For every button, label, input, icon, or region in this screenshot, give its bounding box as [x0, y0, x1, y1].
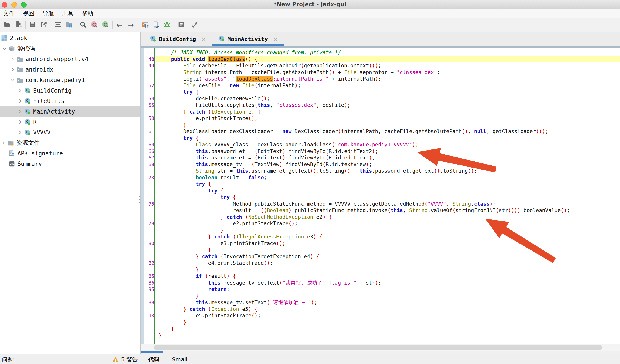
chevron-right-icon[interactable] — [9, 56, 16, 62]
sidebar-item--[interactable]: 源代码 — [0, 43, 140, 54]
code-line[interactable]: 80 e3.printStackTrace(); — [141, 240, 620, 247]
bottom-tab-code[interactable]: 代码 — [148, 356, 159, 363]
code-line[interactable]: } — [141, 227, 620, 234]
chevron-down-icon[interactable] — [9, 77, 16, 83]
code-line[interactable]: } catch (InvocationTargetException e4) { — [141, 253, 620, 260]
code-line[interactable]: } catch (IllegalAccessException e3) { — [141, 233, 620, 240]
sidebar-item-2-apk[interactable]: 2.apk — [0, 33, 140, 43]
code-line[interactable]: 93 e5.printStackTrace(); — [141, 312, 620, 319]
code-line[interactable]: } — [141, 326, 620, 332]
toolbar-button-deobfuscation[interactable] — [139, 19, 150, 30]
code-editor[interactable]: /* JADX INFO: Access modifiers changed f… — [141, 47, 620, 344]
chevron-right-icon[interactable] — [0, 140, 7, 146]
toolbar-button-add-files[interactable] — [13, 19, 24, 30]
sidebar-item-android-support-v4[interactable]: android.support.v4 — [0, 54, 140, 64]
code-line[interactable]: 68 this.message_tv = (TextView) findView… — [141, 161, 620, 168]
sidebar-item-r[interactable]: CR — [0, 117, 140, 127]
toolbar-button-back[interactable]: ← — [114, 19, 125, 30]
chevron-right-icon[interactable] — [16, 88, 24, 93]
toolbar-button-forward[interactable]: → — [125, 19, 136, 30]
toolbar-button-preferences[interactable] — [190, 19, 201, 30]
toolbar-button-open-file[interactable] — [2, 19, 13, 30]
code-line[interactable]: 85 if (result) { — [141, 273, 620, 280]
code-line[interactable]: try { — [141, 188, 620, 194]
sidebar-item-com-kanxue-pediy1[interactable]: com.kanxue.pediy1 — [0, 75, 140, 85]
sidebar-item-buildconfig[interactable]: CBuildConfig — [0, 85, 140, 96]
chevron-right-icon[interactable] — [16, 98, 24, 104]
menu-item-4[interactable]: 帮助 — [82, 10, 93, 17]
chevron-right-icon[interactable] — [16, 130, 24, 135]
sidebar-item-fileutils[interactable]: CFileUtils — [0, 96, 140, 106]
toolbar-button-log-viewer[interactable] — [176, 19, 187, 30]
menu-item-0[interactable]: 文件 — [3, 10, 15, 17]
code-line[interactable]: try { — [141, 194, 620, 201]
tab-buildconfig[interactable]: CBuildConfig× — [144, 32, 212, 46]
toolbar-button-class-search[interactable] — [100, 19, 111, 30]
code-line[interactable]: 86 this.message_tv.setText("恭喜您, 成功了! fl… — [141, 280, 620, 286]
code-line[interactable]: } — [141, 319, 620, 326]
toolbar-button-sync[interactable] — [52, 19, 63, 30]
horizontal-scrollbar-thumb[interactable] — [154, 345, 602, 350]
chevron-right-icon[interactable] — [9, 67, 16, 73]
chevron-down-icon[interactable] — [1, 46, 8, 52]
menu-item-2[interactable]: 导航 — [42, 10, 54, 17]
code-line[interactable]: 54 desFile.createNewFile(); — [141, 95, 620, 102]
code-line[interactable]: 61 DexClassLoader dexClassLoader = new D… — [141, 128, 620, 135]
toolbar-button-device-edit[interactable] — [150, 19, 161, 30]
tab-close-icon[interactable]: × — [273, 35, 278, 43]
tab-close-icon[interactable]: × — [201, 35, 207, 43]
code-line[interactable]: result = ((Boolean) publicStaticFunc_met… — [141, 207, 620, 214]
horizontal-scrollbar[interactable] — [141, 344, 620, 351]
toolbar-button-search[interactable] — [78, 19, 89, 30]
code-line[interactable]: 75 Method publicStaticFunc_method = VVVV… — [141, 201, 620, 207]
code-line[interactable]: 52 File desFile = new File(internalPath)… — [141, 82, 620, 89]
code-line[interactable]: try { — [141, 135, 620, 142]
code-line[interactable]: } — [141, 332, 620, 339]
code-line[interactable]: 95 return; — [141, 286, 620, 293]
code-line[interactable]: } — [141, 247, 620, 253]
code-line[interactable]: } catch (NoSuchMethodException e2) { — [141, 214, 620, 220]
code-text: } — [156, 326, 620, 332]
code-line[interactable]: String internalPath = cacheFile.getAbsol… — [141, 69, 620, 76]
code-line[interactable]: } catch (IOException e) { — [141, 109, 620, 115]
toolbar-button-save-all[interactable] — [27, 19, 38, 30]
code-line[interactable]: 55 FileUtils.copyFiles(this, "classes.de… — [141, 102, 620, 109]
code-line[interactable]: 49 File cacheFile = FileUtils.getCacheDi… — [141, 62, 620, 69]
sidebar-item-apk-signature[interactable]: APK signature — [0, 148, 140, 159]
menu-item-3[interactable]: 工具 — [62, 10, 74, 17]
code-line[interactable]: 82 e4.printStackTrace(); — [141, 260, 620, 266]
code-line[interactable]: /* JADX INFO: Access modifiers changed f… — [141, 49, 620, 56]
code-line[interactable]: 48 public void loadDexClass() { — [141, 56, 620, 63]
sidebar-item--[interactable]: 资源文件 — [0, 138, 140, 148]
chevron-right-icon[interactable] — [16, 109, 24, 115]
sidebar-item-vvvvv[interactable]: CVVVVV — [0, 127, 140, 138]
code-line[interactable]: 58 e.printStackTrace(); — [141, 115, 620, 122]
code-line[interactable]: 88 this.message_tv.setText("请继续加油 ~ "); — [141, 299, 620, 306]
menu-item-1[interactable]: 视图 — [23, 10, 34, 17]
toolbar-button-text-search[interactable] — [89, 19, 100, 30]
tab-mainactivity[interactable]: CMainActivity× — [212, 32, 284, 46]
sidebar-item-androidx[interactable]: androidx — [0, 64, 140, 75]
code-line[interactable]: } — [141, 122, 620, 129]
panel-splitter[interactable] — [139, 196, 140, 203]
warning-summary[interactable]: 5 警告 — [112, 356, 138, 363]
chevron-right-icon[interactable] — [16, 119, 24, 125]
code-line[interactable]: try { — [141, 89, 620, 95]
code-line[interactable]: String str = this.username_et.getText().… — [141, 168, 620, 175]
code-line[interactable]: } catch (Exception e5) { — [141, 306, 620, 313]
bottom-tab-smali[interactable]: Smali — [172, 356, 187, 363]
code-line[interactable]: 73 boolean result = false; — [141, 175, 620, 181]
code-line[interactable]: try { — [141, 181, 620, 188]
code-line[interactable]: 66 this.password_et = (EditText) findVie… — [141, 148, 620, 155]
sidebar-item-mainactivity[interactable]: CMainActivity — [0, 106, 140, 117]
toolbar-button-debugger[interactable] — [161, 19, 173, 30]
code-line[interactable]: 67 this.username_et = (EditText) findVie… — [141, 155, 620, 161]
code-line[interactable]: 64 Class VVVVV_class = dexClassLoader.lo… — [141, 141, 620, 148]
code-line[interactable]: Log.i("assets", "loadDexClass:internalPa… — [141, 76, 620, 82]
sidebar-item-summary[interactable]: Summary — [0, 159, 140, 169]
toolbar-button-project-folder[interactable] — [63, 19, 75, 30]
code-line[interactable]: 78 e2.printStackTrace(); — [141, 220, 620, 227]
code-line[interactable]: } — [141, 293, 620, 300]
code-line[interactable]: } — [141, 266, 620, 273]
toolbar-button-export[interactable] — [38, 19, 49, 30]
